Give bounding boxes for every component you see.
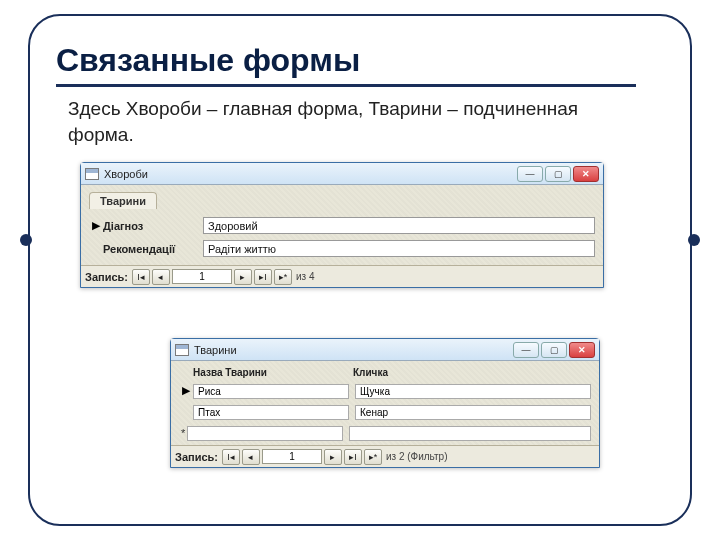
nav-next-button[interactable]: ▸	[324, 449, 342, 465]
cell-nick-1[interactable]	[355, 384, 591, 399]
window-title: Тварини	[194, 344, 237, 356]
window-tvaryny: Тварини — ▢ ✕ Назва Тварини Кличка ▶ *	[170, 338, 600, 468]
titlebar-tvaryny[interactable]: Тварини — ▢ ✕	[171, 339, 599, 361]
form-body: Назва Тварини Кличка ▶ *	[171, 361, 599, 445]
slide-title: Связанные формы	[56, 42, 360, 79]
field-label-diagnosis: Діагноз	[103, 220, 203, 232]
maximize-button[interactable]: ▢	[541, 342, 567, 358]
field-label-recommend: Рекомендації	[103, 243, 203, 255]
nav-new-button[interactable]: ▸*	[364, 449, 382, 465]
record-selector-icon[interactable]: ▶	[89, 219, 103, 232]
nav-total: из 2 (Фильтр)	[386, 451, 448, 462]
form-icon	[175, 344, 189, 356]
nav-total: из 4	[296, 271, 315, 282]
close-button[interactable]: ✕	[569, 342, 595, 358]
decor-dot	[20, 234, 32, 246]
record-selector-icon[interactable]: ▶	[179, 384, 193, 397]
window-hvoroby: Хвороби — ▢ ✕ Тварини ▶ Діагноз Рекоменд…	[80, 162, 604, 288]
form-body: Тварини ▶ Діагноз Рекомендації	[81, 185, 603, 265]
nav-label: Запись:	[85, 271, 128, 283]
cell-name-1[interactable]	[193, 384, 349, 399]
form-icon	[85, 168, 99, 180]
minimize-button[interactable]: —	[517, 166, 543, 182]
decor-dot	[688, 234, 700, 246]
col-header-nick: Кличка	[353, 367, 591, 378]
titlebar-hvoroby[interactable]: Хвороби — ▢ ✕	[81, 163, 603, 185]
cell-name-new[interactable]	[187, 426, 343, 441]
record-navigator: Запись: I◂ ◂ 1 ▸ ▸I ▸* из 4	[81, 265, 603, 287]
cell-nick-2[interactable]	[355, 405, 591, 420]
slide-description: Здесь Хвороби – главная форма, Тварини –…	[68, 96, 628, 147]
cell-name-2[interactable]	[193, 405, 349, 420]
nav-prev-button[interactable]: ◂	[242, 449, 260, 465]
nav-first-button[interactable]: I◂	[222, 449, 240, 465]
record-navigator: Запись: I◂ ◂ 1 ▸ ▸I ▸* из 2 (Фильтр)	[171, 445, 599, 467]
cell-nick-new[interactable]	[349, 426, 591, 441]
nav-position[interactable]: 1	[172, 269, 232, 284]
maximize-button[interactable]: ▢	[545, 166, 571, 182]
nav-position[interactable]: 1	[262, 449, 322, 464]
new-record-marker[interactable]: *	[181, 427, 185, 439]
nav-last-button[interactable]: ▸I	[344, 449, 362, 465]
field-input-diagnosis[interactable]	[203, 217, 595, 234]
nav-label: Запись:	[175, 451, 218, 463]
nav-new-button[interactable]: ▸*	[274, 269, 292, 285]
col-header-name: Назва Тварини	[193, 367, 353, 378]
nav-first-button[interactable]: I◂	[132, 269, 150, 285]
close-button[interactable]: ✕	[573, 166, 599, 182]
nav-prev-button[interactable]: ◂	[152, 269, 170, 285]
window-title: Хвороби	[104, 168, 148, 180]
nav-next-button[interactable]: ▸	[234, 269, 252, 285]
minimize-button[interactable]: —	[513, 342, 539, 358]
field-input-recommend[interactable]	[203, 240, 595, 257]
nav-last-button[interactable]: ▸I	[254, 269, 272, 285]
title-underline	[56, 84, 636, 87]
tab-tvaryny[interactable]: Тварини	[89, 192, 157, 209]
